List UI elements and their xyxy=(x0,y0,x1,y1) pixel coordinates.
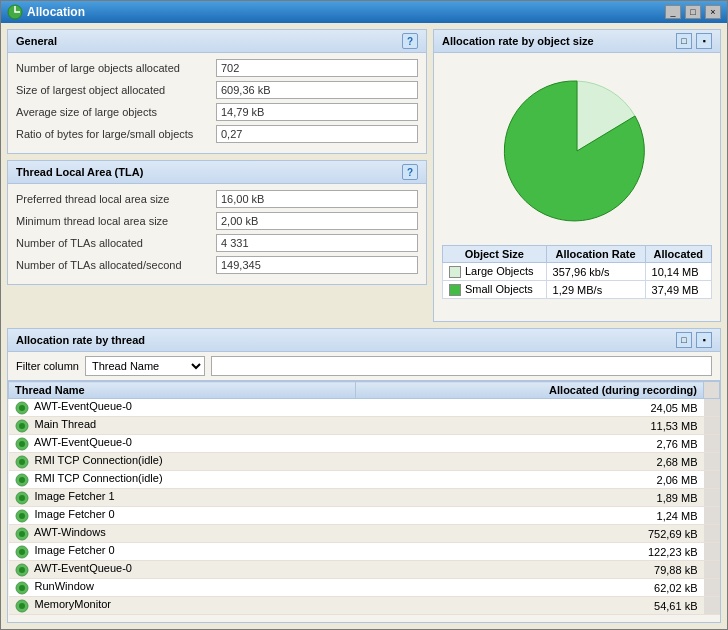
thread-allocated-cell: 752,69 kB xyxy=(355,525,703,543)
general-section: General ? Number of large objects alloca… xyxy=(7,29,427,154)
thread-icon xyxy=(15,509,29,523)
thread-allocated-cell: 79,88 kB xyxy=(355,561,703,579)
minimize-button[interactable]: _ xyxy=(665,5,681,19)
svg-point-2 xyxy=(19,405,25,411)
thread-name-cell: Image Fetcher 1 xyxy=(9,489,356,507)
thread-header: Allocation rate by thread □ ▪ xyxy=(8,329,720,352)
thread-name-text: AWT-EventQueue-0 xyxy=(34,562,132,574)
thread-name-text: Image Fetcher 0 xyxy=(35,544,115,556)
tla-field-value-2 xyxy=(216,234,418,252)
thread-name-text: RMI TCP Connection(idle) xyxy=(35,454,163,466)
chart-minimize-button[interactable]: □ xyxy=(676,33,692,49)
table-row: RMI TCP Connection(idle) 2,06 MB xyxy=(9,471,720,489)
field-label-3: Ratio of bytes for large/small objects xyxy=(16,128,216,140)
close-button[interactable]: × xyxy=(705,5,721,19)
thread-name-cell: RMI TCP Connection(idle) xyxy=(9,453,356,471)
svg-point-10 xyxy=(19,477,25,483)
thread-allocated-cell: 2,06 MB xyxy=(355,471,703,489)
thread-allocated-cell: 1,24 MB xyxy=(355,507,703,525)
svg-point-18 xyxy=(19,549,25,555)
main-window: Allocation _ □ × General ? Number of lar… xyxy=(0,0,728,630)
field-value-2 xyxy=(216,103,418,121)
row-spacer xyxy=(704,417,720,435)
thread-name-text: AWT-EventQueue-0 xyxy=(34,436,132,448)
row-spacer xyxy=(704,399,720,417)
thread-name-cell: RMI TCP Connection(idle) xyxy=(9,471,356,489)
chart-maximize-button[interactable]: ▪ xyxy=(696,33,712,49)
tla-field-label-3: Number of TLAs allocated/second xyxy=(16,259,216,271)
field-label-1: Size of largest object allocated xyxy=(16,84,216,96)
tla-field-value-3 xyxy=(216,256,418,274)
small-objects-swatch xyxy=(449,284,461,296)
row-spacer xyxy=(704,453,720,471)
row-spacer xyxy=(704,597,720,615)
thread-name-text: AWT-EventQueue-0 xyxy=(34,400,132,412)
svg-point-12 xyxy=(19,495,25,501)
table-row: MemoryMonitor 54,61 kB xyxy=(9,597,720,615)
legend-col-rate: Allocation Rate xyxy=(546,246,645,263)
field-row-1: Size of largest object allocated xyxy=(16,81,418,99)
field-label-0: Number of large objects allocated xyxy=(16,62,216,74)
svg-point-16 xyxy=(19,531,25,537)
table-row: RMI TCP Connection(idle) 2,68 MB xyxy=(9,453,720,471)
legend-col-allocated: Allocated xyxy=(645,246,711,263)
thread-name-text: Main Thread xyxy=(35,418,97,430)
thread-allocated-cell: 122,23 kB xyxy=(355,543,703,561)
thread-table-content: Thread Name Allocated (during recording)… xyxy=(8,381,720,622)
field-label-2: Average size of large objects xyxy=(16,106,216,118)
tla-help-button[interactable]: ? xyxy=(402,164,418,180)
row-spacer xyxy=(704,489,720,507)
thread-name-cell: AWT-Windows xyxy=(9,525,356,543)
thread-allocated-cell: 54,61 kB xyxy=(355,597,703,615)
thread-name-cell: MemoryMonitor xyxy=(9,597,356,615)
general-help-button[interactable]: ? xyxy=(402,33,418,49)
right-panel: Allocation rate by object size □ ▪ xyxy=(433,29,721,322)
main-content: General ? Number of large objects alloca… xyxy=(1,23,727,328)
chart-header: Allocation rate by object size □ ▪ xyxy=(434,30,720,53)
thread-table-scroll[interactable]: Thread Name Allocated (during recording)… xyxy=(8,381,720,622)
thread-name-cell: Image Fetcher 0 xyxy=(9,507,356,525)
row-spacer xyxy=(704,507,720,525)
table-row: AWT-EventQueue-0 2,76 MB xyxy=(9,435,720,453)
filter-bar: Filter column Thread Name xyxy=(8,352,720,381)
thread-name-text: RunWindow xyxy=(35,580,94,592)
table-row: RunWindow 62,02 kB xyxy=(9,579,720,597)
window-icon xyxy=(7,4,23,20)
tla-actions: ? xyxy=(402,164,418,180)
tla-header: Thread Local Area (TLA) ? xyxy=(8,161,426,184)
tla-field-row-2: Number of TLAs allocated xyxy=(16,234,418,252)
tla-field-row-3: Number of TLAs allocated/second xyxy=(16,256,418,274)
svg-point-14 xyxy=(19,513,25,519)
chart-legend: Object Size Allocation Rate Allocated La… xyxy=(442,245,712,299)
filter-select[interactable]: Thread Name xyxy=(85,356,205,376)
thread-name-text: RMI TCP Connection(idle) xyxy=(35,472,163,484)
legend-small-allocated: 37,49 MB xyxy=(645,281,711,299)
table-row: Image Fetcher 0 122,23 kB xyxy=(9,543,720,561)
field-value-3 xyxy=(216,125,418,143)
col-allocated: Allocated (during recording) xyxy=(355,382,703,399)
left-panel: General ? Number of large objects alloca… xyxy=(7,29,427,322)
svg-point-8 xyxy=(19,459,25,465)
thread-name-text: Image Fetcher 1 xyxy=(35,490,115,502)
svg-point-22 xyxy=(19,585,25,591)
chart-container: Object Size Allocation Rate Allocated La… xyxy=(434,53,720,321)
thread-maximize-button[interactable]: ▪ xyxy=(696,332,712,348)
filter-input[interactable] xyxy=(211,356,712,376)
thread-icon xyxy=(15,599,29,613)
thread-table: Thread Name Allocated (during recording)… xyxy=(8,381,720,615)
legend-row-large: Large Objects 357,96 kb/s 10,14 MB xyxy=(443,263,712,281)
thread-name-cell: Main Thread xyxy=(9,417,356,435)
table-row: Image Fetcher 0 1,24 MB xyxy=(9,507,720,525)
chart-section: Allocation rate by object size □ ▪ xyxy=(433,29,721,322)
chart-actions: □ ▪ xyxy=(676,33,712,49)
svg-point-20 xyxy=(19,567,25,573)
legend-large-rate: 357,96 kb/s xyxy=(546,263,645,281)
legend-row-small: Small Objects 1,29 MB/s 37,49 MB xyxy=(443,281,712,299)
tla-field-value-0 xyxy=(216,190,418,208)
thread-name-text: Image Fetcher 0 xyxy=(35,508,115,520)
tla-field-label-1: Minimum thread local area size xyxy=(16,215,216,227)
thread-title: Allocation rate by thread xyxy=(16,334,145,346)
thread-name-text: AWT-Windows xyxy=(34,526,106,538)
maximize-button[interactable]: □ xyxy=(685,5,701,19)
thread-minimize-button[interactable]: □ xyxy=(676,332,692,348)
